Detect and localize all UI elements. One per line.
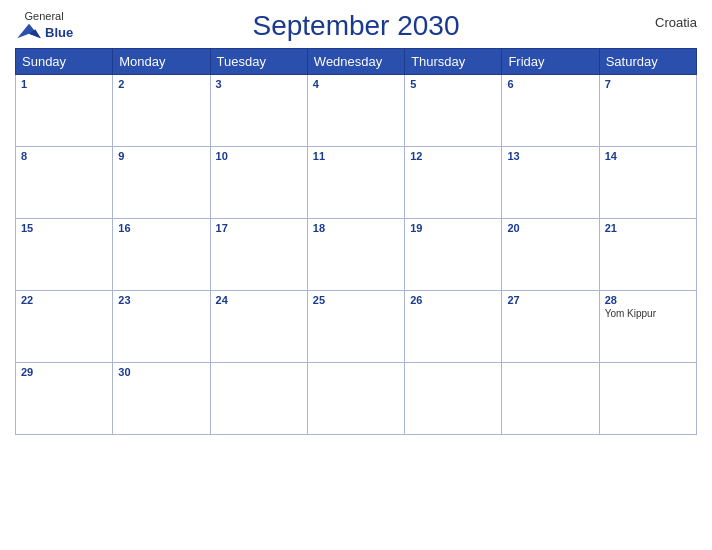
calendar-cell: 25: [307, 291, 404, 363]
header-sunday: Sunday: [16, 49, 113, 75]
logo-bird-icon: [15, 22, 43, 42]
calendar-cell: 29: [16, 363, 113, 435]
day-number: 5: [410, 78, 496, 90]
week-row-4: 22232425262728Yom Kippur: [16, 291, 697, 363]
calendar-cell: 7: [599, 75, 696, 147]
day-number: 8: [21, 150, 107, 162]
day-number: 26: [410, 294, 496, 306]
day-number: 21: [605, 222, 691, 234]
calendar-cell: 11: [307, 147, 404, 219]
header-wednesday: Wednesday: [307, 49, 404, 75]
calendar-cell: 12: [405, 147, 502, 219]
week-row-1: 1234567: [16, 75, 697, 147]
day-number: 10: [216, 150, 302, 162]
day-number: 28: [605, 294, 691, 306]
day-number: 4: [313, 78, 399, 90]
logo-area: General Blue: [15, 10, 73, 42]
header-saturday: Saturday: [599, 49, 696, 75]
calendar-cell: [210, 363, 307, 435]
calendar-cell: [502, 363, 599, 435]
logo-general-text: General: [25, 10, 64, 22]
week-row-5: 2930: [16, 363, 697, 435]
day-number: 20: [507, 222, 593, 234]
day-number: 25: [313, 294, 399, 306]
calendar-cell: 22: [16, 291, 113, 363]
calendar-cell: 20: [502, 219, 599, 291]
calendar-title: September 2030: [252, 10, 459, 42]
calendar-cell: 24: [210, 291, 307, 363]
calendar-cell: 19: [405, 219, 502, 291]
calendar-cell: 4: [307, 75, 404, 147]
calendar-cell: 16: [113, 219, 210, 291]
week-row-2: 891011121314: [16, 147, 697, 219]
logo-blue-text: Blue: [45, 25, 73, 40]
calendar-table: Sunday Monday Tuesday Wednesday Thursday…: [15, 48, 697, 435]
calendar-cell: 1: [16, 75, 113, 147]
header-thursday: Thursday: [405, 49, 502, 75]
day-number: 22: [21, 294, 107, 306]
event-label: Yom Kippur: [605, 308, 691, 319]
day-number: 17: [216, 222, 302, 234]
calendar-cell: 3: [210, 75, 307, 147]
weekday-header-row: Sunday Monday Tuesday Wednesday Thursday…: [16, 49, 697, 75]
day-number: 19: [410, 222, 496, 234]
day-number: 13: [507, 150, 593, 162]
calendar-cell: [599, 363, 696, 435]
day-number: 2: [118, 78, 204, 90]
calendar-cell: 18: [307, 219, 404, 291]
day-number: 18: [313, 222, 399, 234]
day-number: 24: [216, 294, 302, 306]
calendar-cell: 28Yom Kippur: [599, 291, 696, 363]
calendar-cell: 14: [599, 147, 696, 219]
day-number: 15: [21, 222, 107, 234]
day-number: 30: [118, 366, 204, 378]
calendar-cell: 6: [502, 75, 599, 147]
country-label: Croatia: [655, 15, 697, 30]
calendar-cell: [307, 363, 404, 435]
calendar-cell: 10: [210, 147, 307, 219]
calendar-wrapper: General Blue September 2030 Croatia Sund…: [0, 0, 712, 550]
calendar-header: General Blue September 2030 Croatia: [15, 10, 697, 42]
header-friday: Friday: [502, 49, 599, 75]
calendar-cell: 26: [405, 291, 502, 363]
day-number: 1: [21, 78, 107, 90]
header-monday: Monday: [113, 49, 210, 75]
day-number: 9: [118, 150, 204, 162]
day-number: 3: [216, 78, 302, 90]
day-number: 6: [507, 78, 593, 90]
calendar-cell: 9: [113, 147, 210, 219]
day-number: 29: [21, 366, 107, 378]
calendar-cell: 23: [113, 291, 210, 363]
calendar-cell: 15: [16, 219, 113, 291]
calendar-cell: 2: [113, 75, 210, 147]
header-tuesday: Tuesday: [210, 49, 307, 75]
calendar-cell: 30: [113, 363, 210, 435]
calendar-cell: [405, 363, 502, 435]
day-number: 23: [118, 294, 204, 306]
day-number: 27: [507, 294, 593, 306]
day-number: 11: [313, 150, 399, 162]
calendar-cell: 17: [210, 219, 307, 291]
calendar-cell: 27: [502, 291, 599, 363]
day-number: 7: [605, 78, 691, 90]
day-number: 16: [118, 222, 204, 234]
calendar-cell: 8: [16, 147, 113, 219]
day-number: 12: [410, 150, 496, 162]
calendar-cell: 13: [502, 147, 599, 219]
day-number: 14: [605, 150, 691, 162]
week-row-3: 15161718192021: [16, 219, 697, 291]
calendar-cell: 21: [599, 219, 696, 291]
calendar-cell: 5: [405, 75, 502, 147]
